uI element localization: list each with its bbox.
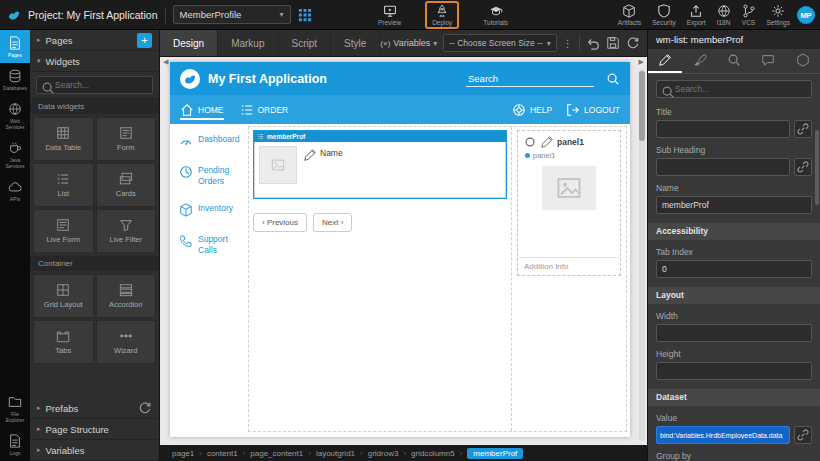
- accessibility-section-header[interactable]: Accessibility: [648, 223, 820, 240]
- sidenav-item-support-calls[interactable]: Support Calls: [179, 234, 248, 255]
- rail-item-java-services[interactable]: Java Services: [0, 135, 30, 174]
- rail-item-databases[interactable]: Databases: [0, 63, 30, 96]
- tab-properties[interactable]: [648, 49, 682, 73]
- artifacts-button[interactable]: Artifacts: [618, 4, 641, 26]
- widget-tile-cards[interactable]: Cards: [96, 163, 157, 207]
- sidenav-item-dashboard[interactable]: Dashboard: [179, 134, 248, 148]
- pages-grid-icon[interactable]: [298, 8, 312, 22]
- variables-dropdown[interactable]: (×) Variables ▾: [380, 38, 437, 48]
- breadcrumb-gridcolumn5[interactable]: gridcolumn5: [411, 449, 455, 458]
- widget-tile-live-form[interactable]: Live Form: [33, 209, 94, 253]
- widget-tile-list[interactable]: List: [33, 163, 94, 207]
- panel-widget[interactable]: panel1 panel1 Addition Info: [517, 130, 621, 276]
- tab-design[interactable]: Design: [160, 30, 218, 56]
- nav-item-help[interactable]: HELP: [512, 103, 552, 117]
- tutorials-button[interactable]: Tutorials: [483, 4, 508, 26]
- dataset-section-header[interactable]: Dataset: [648, 389, 820, 406]
- scroll-right-icon[interactable]: ▶: [639, 58, 644, 66]
- member-list-widget[interactable]: memberProf Name: [253, 130, 507, 199]
- breadcrumb-layoutgrid1[interactable]: layoutgrid1: [316, 449, 355, 458]
- tab-styles[interactable]: [682, 49, 716, 73]
- list-item[interactable]: Name: [254, 142, 506, 198]
- title-input[interactable]: [656, 120, 790, 138]
- list-item-name[interactable]: Name: [303, 146, 343, 193]
- sidenav-item-pending-orders[interactable]: Pending Orders: [179, 165, 248, 186]
- add-page-button[interactable]: +: [137, 33, 152, 48]
- widget-tile-accordion[interactable]: Accordion: [96, 274, 157, 318]
- tabindex-input[interactable]: [656, 260, 812, 278]
- widget-tile-wizard[interactable]: Wizard: [96, 320, 157, 364]
- sidenav-pending-orders-label: Pending Orders: [198, 165, 248, 186]
- sidebar-section-page-structure[interactable]: ▸ Page Structure: [30, 419, 159, 440]
- panel-header[interactable]: panel1: [518, 131, 620, 150]
- tab-search[interactable]: [717, 49, 751, 73]
- widget-tile-grid-layout[interactable]: Grid Layout: [33, 274, 94, 318]
- sidebar-section-variables[interactable]: ▸ Variables: [30, 440, 159, 461]
- breadcrumb-content1[interactable]: content1: [207, 449, 238, 458]
- bind-title-button[interactable]: [794, 120, 812, 138]
- bind-value-button[interactable]: [794, 426, 812, 444]
- widget-tile-form[interactable]: Form: [96, 117, 157, 161]
- widget-tile-tabs[interactable]: Tabs: [33, 320, 94, 364]
- name-input[interactable]: [656, 196, 812, 214]
- properties-scrollbar-thumb[interactable]: [815, 130, 819, 205]
- breadcrumb-memberprof[interactable]: memberProf: [467, 448, 523, 459]
- next-page-button[interactable]: Next ›: [313, 213, 352, 232]
- screen-size-select[interactable]: -- Choose Screen Size -- ▾: [443, 34, 557, 52]
- breadcrumb-page-content1[interactable]: page_content1: [250, 449, 303, 458]
- settings-button[interactable]: Settings: [767, 4, 791, 26]
- sidenav-item-inventory[interactable]: Inventory: [179, 203, 248, 217]
- sidebar-section-pages[interactable]: ▸ Pages +: [30, 30, 159, 51]
- properties-search-input[interactable]: [656, 80, 812, 98]
- tab-script[interactable]: Script: [279, 30, 332, 56]
- tab-style[interactable]: Style: [331, 30, 380, 56]
- variables-dropdown-label: Variables: [393, 38, 430, 48]
- widget-tile-data-table[interactable]: Data Table: [33, 117, 94, 161]
- deploy-button[interactable]: Deploy: [425, 1, 459, 29]
- undo-button[interactable]: [586, 36, 600, 50]
- tab-security[interactable]: [786, 49, 820, 73]
- sidebar-section-prefabs[interactable]: ▸ Prefabs: [30, 398, 159, 419]
- preview-button[interactable]: Preview: [378, 4, 401, 26]
- i18n-button[interactable]: I18N: [717, 4, 731, 26]
- height-input[interactable]: [656, 362, 812, 380]
- tab-markup[interactable]: Markup: [218, 30, 278, 56]
- dataset-value-input[interactable]: [656, 426, 790, 444]
- layout-section-header[interactable]: Layout: [648, 287, 820, 304]
- rail-item-pages[interactable]: Pages: [0, 30, 30, 63]
- refresh-canvas-button[interactable]: [626, 36, 640, 50]
- widget-tile-live-filter[interactable]: Live Filter: [96, 209, 157, 253]
- previous-page-button[interactable]: ‹ Previous: [253, 213, 307, 232]
- user-avatar[interactable]: MP: [797, 6, 815, 24]
- nav-item-order[interactable]: ORDER: [240, 95, 289, 124]
- scroll-left-icon[interactable]: ◀: [163, 58, 168, 66]
- nav-item-logout[interactable]: LOGOUT: [566, 103, 620, 117]
- more-options-icon[interactable]: ⋮: [563, 38, 573, 49]
- tab-events[interactable]: [751, 49, 785, 73]
- search-icon[interactable]: [606, 72, 620, 86]
- subheading-input[interactable]: [656, 158, 790, 176]
- sidebar-section-widgets[interactable]: ▾ Widgets: [30, 51, 159, 72]
- vcs-button[interactable]: VCS: [742, 4, 756, 26]
- panel-image-placeholder[interactable]: [542, 166, 596, 210]
- app-search-input[interactable]: [466, 71, 594, 87]
- list-widget-titlebar[interactable]: memberProf: [254, 131, 506, 142]
- breadcrumb-page1[interactable]: page1: [172, 449, 194, 458]
- save-button[interactable]: [606, 36, 620, 50]
- page-selector[interactable]: MemberProfile ▾: [173, 5, 291, 24]
- canvas-scrollbar-thumb[interactable]: [639, 71, 645, 141]
- preview-icon: [383, 4, 397, 18]
- rail-item-file-explorer[interactable]: File Explorer: [0, 389, 30, 428]
- rail-item-web-services[interactable]: Web Services: [0, 96, 30, 135]
- refresh-icon[interactable]: [138, 401, 152, 415]
- export-button[interactable]: Export: [687, 4, 706, 26]
- width-input[interactable]: [656, 324, 812, 342]
- canvas-scrollbar[interactable]: [639, 69, 645, 441]
- security-button[interactable]: Security: [652, 4, 675, 26]
- rail-item-apis[interactable]: APIs: [0, 174, 30, 207]
- panel-sublabel: panel1: [518, 150, 620, 162]
- breadcrumb-gridrow3[interactable]: gridrow3: [368, 449, 399, 458]
- bind-subheading-button[interactable]: [794, 158, 812, 176]
- nav-item-home[interactable]: HOME: [180, 95, 224, 124]
- rail-item-logs[interactable]: Logs: [0, 428, 30, 461]
